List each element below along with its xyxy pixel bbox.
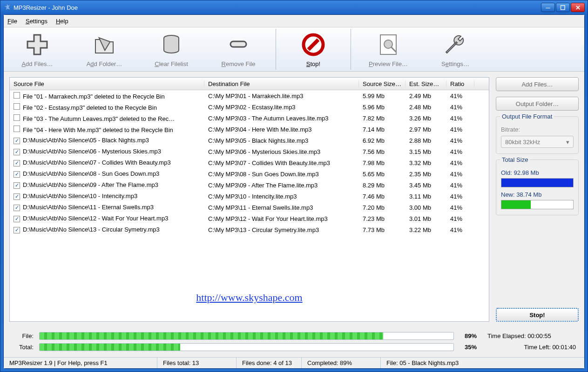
time-left: Time Left: 00:01:40 (487, 344, 576, 351)
toolbar: Add Files… Add Folder… Clear Filelist Re… (4, 27, 584, 72)
checkbox-icon[interactable]: ✓ (14, 205, 20, 211)
wrench-icon (442, 32, 468, 58)
time-elapsed: Time Elapsed: 00:00:55 (487, 332, 576, 339)
checkbox-icon[interactable]: ✓ (14, 227, 20, 233)
new-size-bar (501, 200, 574, 209)
progress-area: File: 89% Time Elapsed: 00:00:55 Total: … (4, 327, 584, 357)
plus-icon (24, 32, 50, 58)
checkbox-icon[interactable] (14, 103, 20, 110)
checkbox-icon[interactable]: ✓ (14, 160, 20, 166)
checkbox-icon[interactable] (14, 126, 20, 132)
col-src-size[interactable]: Source Size… (359, 80, 406, 87)
app-window: MP3Resizer - John Doe ─ ☐ ✕ File Setting… (0, 0, 588, 372)
tb-settings-button[interactable]: Settings… (422, 29, 489, 70)
app-icon (3, 3, 11, 12)
bitrate-label: Bitrate: (501, 126, 574, 133)
menu-help[interactable]: Help (56, 18, 68, 25)
total-progress-bar (39, 343, 454, 351)
stop-icon (300, 32, 326, 58)
status-files-done: Files done: 4 of 13 (237, 358, 302, 368)
maximize-button[interactable]: ☐ (556, 3, 570, 12)
statusbar: MP3Resizer 1.9 | For Help, press F1 File… (4, 357, 584, 368)
table-row[interactable]: File "03 - The Autumn Leaves.mp3" delete… (10, 113, 489, 124)
col-source[interactable]: Source File (10, 80, 204, 87)
checkbox-icon[interactable] (14, 92, 20, 99)
status-completed: Completed: 89% (302, 358, 381, 368)
folder-icon (91, 32, 117, 58)
table-row[interactable]: ✓D:\Music\Atb\No Silence\10 - Intencity.… (10, 191, 489, 202)
checkbox-icon[interactable]: ✓ (14, 171, 20, 178)
side-add-files-button[interactable]: Add Files… (496, 77, 579, 91)
tb-stop-button[interactable]: Stop! (280, 29, 347, 70)
table-row[interactable]: ✓D:\Music\Atb\No Silence\09 - After The … (10, 179, 489, 191)
table-row[interactable]: ✓D:\Music\Atb\No Silence\12 - Wait For Y… (10, 213, 489, 224)
total-size-legend: Total Size (500, 156, 530, 163)
file-progress-label: File: (12, 332, 34, 339)
menubar: File Settings Help (4, 15, 584, 27)
bitrate-select[interactable]: 80kbit 32kHz ▾ (501, 136, 574, 148)
output-format-legend: Output File Format (500, 113, 554, 120)
table-header: Source File Destination File Source Size… (10, 78, 489, 90)
side-stop-button[interactable]: Stop! (496, 308, 579, 322)
tb-remove-file-button[interactable]: Remove File (205, 29, 272, 70)
old-size-label: Old: 92.98 Mb (501, 169, 574, 176)
total-progress-pct: 35% (460, 344, 482, 351)
titlebar[interactable]: MP3Resizer - John Doe ─ ☐ ✕ (0, 0, 588, 14)
file-progress-pct: 89% (460, 332, 482, 339)
checkbox-icon[interactable]: ✓ (14, 193, 20, 200)
file-list[interactable]: Source File Destination File Source Size… (9, 77, 489, 322)
table-row[interactable]: File "02 - Ecstasy.mp3" deleted to the R… (10, 101, 489, 113)
menu-settings[interactable]: Settings (26, 18, 47, 25)
status-current-file: File: 05 - Black Nights.mp3 (381, 358, 584, 368)
col-dest[interactable]: Destination File (204, 80, 359, 87)
table-row[interactable]: ✓D:\Music\Atb\No Silence\05 - Black Nigh… (10, 135, 489, 146)
table-row[interactable]: ✓D:\Music\Atb\No Silence\06 - Mysterious… (10, 146, 489, 157)
checkbox-icon[interactable]: ✓ (14, 216, 20, 222)
side-output-folder-button[interactable]: Output Folder… (496, 97, 579, 111)
table-row[interactable]: File "01 - Marrakech.mp3" deleted to the… (10, 90, 489, 101)
old-size-bar (501, 178, 574, 187)
col-est-size[interactable]: Est. Size… (406, 80, 446, 87)
table-row[interactable]: ✓D:\Music\Atb\No Silence\07 - Collides W… (10, 157, 489, 168)
website-link[interactable]: http://www.skyshape.com (196, 292, 302, 303)
table-row[interactable]: ✓D:\Music\Atb\No Silence\08 - Sun Goes D… (10, 168, 489, 179)
database-icon (158, 32, 184, 58)
col-ratio[interactable]: Ratio (446, 80, 474, 87)
file-progress-bar (39, 332, 454, 340)
checkbox-icon[interactable]: ✓ (14, 182, 20, 189)
table-row[interactable]: ✓D:\Music\Atb\No Silence\11 - Eternal Sw… (10, 202, 489, 213)
minimize-button[interactable]: ─ (541, 3, 555, 12)
preview-icon (375, 32, 401, 58)
tb-add-files-button[interactable]: Add Files… (4, 29, 71, 70)
side-panel: Add Files… Output Folder… Output File Fo… (496, 77, 579, 322)
output-format-group: Output File Format Bitrate: 80kbit 32kHz… (496, 116, 579, 154)
total-size-group: Total Size Old: 92.98 Mb New: 38.74 Mb (496, 159, 579, 215)
bitrate-value: 80kbit 32kHz (505, 139, 540, 146)
tb-clear-filelist-button[interactable]: Clear Filelist (138, 29, 205, 70)
minus-icon (225, 32, 251, 58)
checkbox-icon[interactable]: ✓ (14, 149, 20, 155)
new-size-label: New: 38.74 Mb (501, 191, 574, 198)
total-progress-label: Total: (12, 344, 34, 351)
tb-preview-button[interactable]: Preview File… (355, 29, 422, 70)
status-files-total: Files total: 13 (157, 358, 237, 368)
svg-rect-1 (230, 41, 246, 47)
menu-file[interactable]: File (7, 18, 17, 25)
window-title: MP3Resizer - John Doe (14, 4, 541, 11)
status-help: MP3Resizer 1.9 | For Help, press F1 (4, 358, 157, 368)
chevron-down-icon: ▾ (566, 139, 569, 146)
close-button[interactable]: ✕ (571, 3, 585, 12)
tb-add-folder-button[interactable]: Add Folder… (71, 29, 138, 70)
table-row[interactable]: ✓D:\Music\Atb\No Silence\13 - Circular S… (10, 224, 489, 235)
table-row[interactable]: File "04 - Here With Me.mp3" deleted to … (10, 124, 489, 135)
checkbox-icon[interactable]: ✓ (14, 138, 20, 144)
checkbox-icon[interactable] (14, 114, 20, 121)
